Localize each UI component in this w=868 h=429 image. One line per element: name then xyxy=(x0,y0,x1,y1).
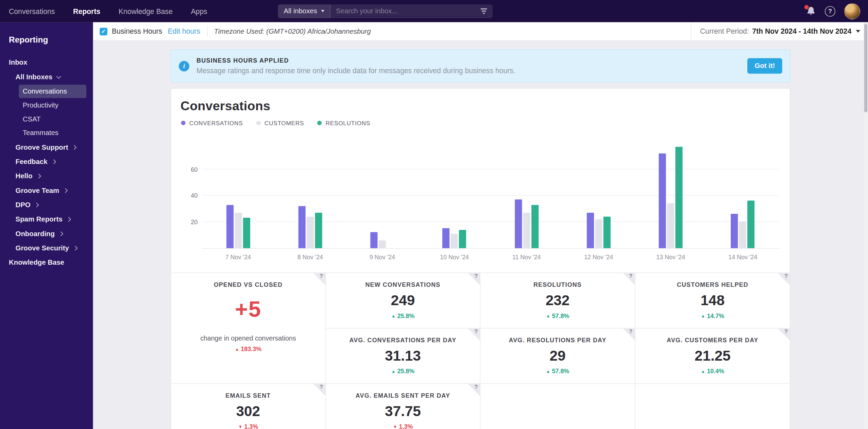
trend-arrow-icon: ▲ xyxy=(546,314,550,319)
search-input[interactable] xyxy=(330,7,481,15)
bar-conversations[interactable] xyxy=(370,232,377,248)
chart-x-labels: 7 Nov '248 Nov '249 Nov '2410 Nov '2411 … xyxy=(202,254,779,261)
nav-item-reports[interactable]: Reports xyxy=(73,7,100,15)
stat-tile-avg-conversations-per-day: AVG. CONVERSATIONS PER DAY 31.13 ▲25.8% xyxy=(326,329,480,384)
bar-resolutions[interactable] xyxy=(243,218,250,248)
chevron-right-icon xyxy=(73,246,78,250)
inbox-selector-dropdown[interactable]: All inboxes xyxy=(278,4,330,18)
scrollbar-thumb[interactable] xyxy=(864,24,868,113)
sidebar-item-inbox[interactable]: Inbox xyxy=(9,55,87,70)
sidebar-item-feedback[interactable]: Feedback xyxy=(16,154,88,169)
legend-item-resolutions[interactable]: RESOLUTIONS xyxy=(317,120,370,127)
stat-value: +5 xyxy=(171,297,325,322)
nav-item-apps[interactable]: Apps xyxy=(191,7,207,15)
help-corner-icon[interactable] xyxy=(778,329,790,341)
stats-grid: OPENED VS CLOSED +5 change in opened con… xyxy=(171,273,790,429)
bar-resolutions[interactable] xyxy=(748,200,755,248)
gridline xyxy=(202,221,779,222)
bar-resolutions[interactable] xyxy=(676,147,683,248)
sidebar-item-onboarding[interactable]: Onboarding xyxy=(16,227,88,241)
sidebar-item-dpo[interactable]: DPO xyxy=(16,198,88,212)
bar-group xyxy=(298,206,322,248)
sidebar-item-productivity[interactable]: Productivity xyxy=(19,99,86,112)
stat-delta: ▲57.8% xyxy=(480,368,634,375)
bar-conversations[interactable] xyxy=(226,205,233,248)
legend-item-conversations[interactable]: CONVERSATIONS xyxy=(181,120,243,127)
business-hours-label: Business Hours xyxy=(112,27,162,35)
x-axis-label: 14 Nov '24 xyxy=(707,254,779,261)
business-hours-checkbox[interactable] xyxy=(100,28,107,35)
business-hours-banner: BUSINESS HOURS APPLIED Message ratings a… xyxy=(170,49,790,83)
help-icon[interactable] xyxy=(825,6,835,16)
bar-resolutions[interactable] xyxy=(459,230,466,248)
sidebar-item-teammates[interactable]: Teammates xyxy=(19,126,86,139)
stat-tile-resolutions: RESOLUTIONS 232 ▲57.8% xyxy=(480,273,635,329)
report-title: Conversations xyxy=(181,99,790,114)
current-period-selector[interactable]: Current Period: 7th Nov 2024 - 14th Nov … xyxy=(691,22,868,40)
bar-resolutions[interactable] xyxy=(603,217,611,248)
sidebar-item-groove-support[interactable]: Groove Support xyxy=(16,140,88,154)
help-corner-icon[interactable] xyxy=(778,273,790,285)
bar-conversations[interactable] xyxy=(443,228,450,248)
stat-tile-new-conversations: NEW CONVERSATIONS 249 ▲25.8% xyxy=(326,273,480,329)
inbox-search-bar: All inboxes xyxy=(278,4,493,18)
legend-item-customers[interactable]: CUSTOMERS xyxy=(256,120,304,127)
bar-conversations[interactable] xyxy=(298,206,305,248)
stat-value: 232 xyxy=(480,292,634,309)
bar-customers[interactable] xyxy=(667,203,674,248)
help-corner-icon[interactable] xyxy=(313,384,325,396)
nav-item-conversations[interactable]: Conversations xyxy=(9,7,55,15)
stat-label: OPENED VS CLOSED xyxy=(171,281,325,288)
bar-group xyxy=(587,213,611,248)
bar-customers[interactable] xyxy=(379,241,386,248)
sidebar-item-spam-reports[interactable]: Spam Reports xyxy=(16,212,88,227)
trend-arrow-icon: ▲ xyxy=(391,369,396,374)
got-it-button[interactable]: Got it! xyxy=(747,58,782,74)
notifications-bell-icon[interactable] xyxy=(806,6,816,16)
help-corner-icon[interactable] xyxy=(623,273,635,285)
help-corner-icon[interactable] xyxy=(468,273,480,285)
sidebar-item-knowledge-base[interactable]: Knowledge Base xyxy=(9,255,87,270)
bar-resolutions[interactable] xyxy=(531,205,538,248)
sidebar-item-groove-security[interactable]: Groove Security xyxy=(16,241,88,255)
trend-arrow-icon: ▲ xyxy=(546,369,550,374)
current-period-label: Current Period: xyxy=(700,27,749,35)
chart-legend: CONVERSATIONS CUSTOMERS RESOLUTIONS xyxy=(181,120,790,127)
bar-customers[interactable] xyxy=(307,217,314,248)
report-toolbar: Business Hours Edit hours Timezone Used:… xyxy=(93,22,868,41)
bar-customers[interactable] xyxy=(523,213,530,248)
help-corner-icon[interactable] xyxy=(468,329,480,341)
edit-hours-link[interactable]: Edit hours xyxy=(168,27,200,35)
bar-conversations[interactable] xyxy=(659,153,666,248)
user-avatar[interactable] xyxy=(844,3,860,19)
bar-resolutions[interactable] xyxy=(315,213,322,248)
bar-customers[interactable] xyxy=(235,213,242,248)
sidebar-item-csat[interactable]: CSAT xyxy=(19,113,86,126)
sidebar-item-hello[interactable]: Hello xyxy=(16,169,88,183)
bar-customers[interactable] xyxy=(739,221,746,248)
filter-icon[interactable] xyxy=(481,9,488,14)
bar-conversations[interactable] xyxy=(587,213,594,248)
sidebar-item-conversations[interactable]: Conversations xyxy=(19,85,86,98)
help-corner-icon[interactable] xyxy=(468,384,480,396)
stat-tile-avg-emails-sent-per-day: AVG. EMAILS SENT PER DAY 37.75 ▼1.3% xyxy=(326,384,480,429)
legend-dot-conversations xyxy=(181,121,185,125)
trend-arrow-icon: ▲ xyxy=(701,369,705,374)
stat-subtitle: change in opened conversations xyxy=(171,334,325,342)
bar-chart: 204060 7 Nov '248 Nov '249 Nov '2410 Nov… xyxy=(180,143,779,260)
sidebar-item-groove-team[interactable]: Groove Team xyxy=(16,183,88,198)
banner-text: BUSINESS HOURS APPLIED Message ratings a… xyxy=(197,57,747,75)
bar-customers[interactable] xyxy=(595,219,602,248)
timezone-text: Timezone Used: (GMT+0200) Africa/Johanne… xyxy=(214,28,371,35)
trend-arrow-icon: ▲ xyxy=(235,347,239,352)
bar-conversations[interactable] xyxy=(515,199,522,248)
x-axis-label: 11 Nov '24 xyxy=(491,254,563,261)
help-corner-icon[interactable] xyxy=(313,273,325,285)
bar-conversations[interactable] xyxy=(731,214,738,248)
stat-tile-avg-resolutions-per-day: AVG. RESOLUTIONS PER DAY 29 ▲57.8% xyxy=(480,329,635,384)
help-corner-icon[interactable] xyxy=(623,329,635,341)
nav-item-knowledge-base[interactable]: Knowledge Base xyxy=(119,7,173,15)
bar-customers[interactable] xyxy=(451,234,458,248)
sidebar-item-all-inboxes[interactable]: All Inboxes xyxy=(16,70,88,84)
stat-delta: ▲10.4% xyxy=(635,368,790,375)
